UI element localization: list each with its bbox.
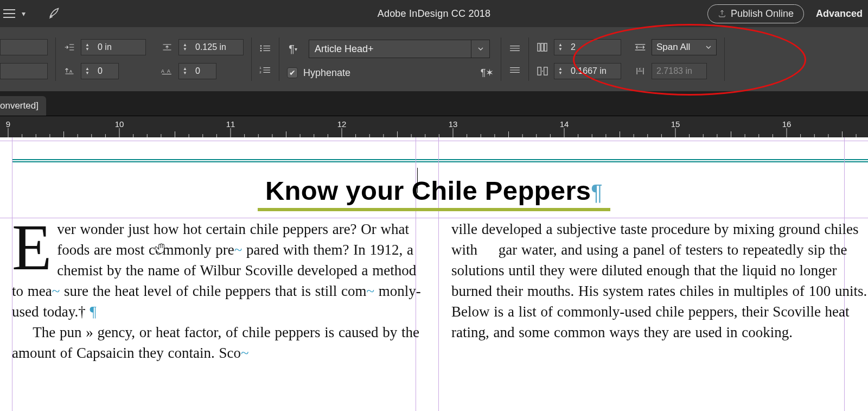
svg-point-3	[260, 45, 262, 47]
paragraph-style-dropdown[interactable]: Article Head+	[309, 40, 490, 58]
first-line-indent-icon	[63, 41, 75, 53]
chevron-down-icon[interactable]	[471, 40, 490, 58]
heading-underline	[258, 208, 610, 211]
document-tab-row: onverted]	[0, 91, 868, 116]
tracking-field[interactable]: ▲▼	[178, 63, 216, 79]
document-tab[interactable]: onverted]	[0, 96, 46, 116]
stepper[interactable]: ▲▼	[554, 40, 566, 55]
align-to-baseline-grid-icon[interactable]	[509, 42, 521, 54]
svg-rect-12	[544, 67, 547, 75]
stepper[interactable]: ▲▼	[179, 40, 191, 55]
svg-text:2: 2	[259, 70, 261, 74]
span-columns-dropdown[interactable]: Span All	[652, 39, 717, 55]
stepper[interactable]: ▲▼	[81, 64, 93, 79]
field-cutoff-2[interactable]	[0, 63, 48, 79]
workspace-switcher[interactable]: Advanced	[816, 8, 863, 20]
tracking-icon: AA	[161, 65, 173, 77]
stepper[interactable]: ▲▼	[81, 40, 93, 55]
field-cutoff-1[interactable]	[0, 39, 48, 55]
ruler-ticks	[0, 116, 868, 137]
pilcrow-icon[interactable]: ¶▾	[287, 43, 299, 55]
app-title: Adobe InDesign CC 2018	[378, 8, 491, 20]
text-caret	[417, 168, 418, 193]
svg-rect-10	[545, 43, 547, 51]
svg-point-4	[260, 48, 262, 49]
svg-text:x:: x:	[639, 67, 641, 71]
column-gutter-field[interactable]: ▲▼	[554, 63, 621, 79]
paragraph-style-value: Article Head+	[315, 43, 374, 55]
hyphenate-checkbox[interactable]: ✔ Hyphenate	[287, 67, 350, 79]
guide-line	[12, 159, 868, 160]
svg-rect-11	[538, 67, 541, 75]
horizontal-ruler[interactable]: 910111213141516	[0, 116, 868, 137]
svg-point-5	[260, 50, 262, 52]
ruler-mark: 16	[782, 119, 792, 129]
publish-online-label: Publish Online	[731, 8, 794, 20]
gutter-icon	[537, 65, 548, 77]
columns-icon	[537, 41, 548, 53]
article-heading[interactable]: Know your Chile Peppers¶	[0, 175, 868, 211]
body-column-1[interactable]: Ever wonder just how hot certain chile p…	[12, 219, 429, 363]
checkbox-checked-icon: ✔	[287, 67, 298, 78]
hand-cursor-icon	[154, 241, 168, 255]
stepper[interactable]: ▲▼	[179, 64, 191, 79]
ruler-mark: 10	[115, 119, 124, 129]
svg-text:A: A	[161, 68, 164, 74]
body-column-2[interactable]: ville developed a subjective taste proce…	[451, 219, 868, 363]
svg-rect-8	[538, 43, 540, 51]
ruler-mark: 13	[449, 119, 458, 129]
ruler-mark: 14	[560, 119, 569, 129]
control-bar: ▲▼ A ▲▼ ▲▼	[0, 27, 868, 91]
gpu-rocket-icon[interactable]	[47, 5, 61, 22]
ruler-mark: 11	[226, 119, 235, 129]
guide-line	[12, 161, 868, 162]
span-columns-value: Span All	[656, 42, 690, 53]
ruler-mark: 9	[6, 119, 10, 129]
svg-text:A: A	[167, 68, 170, 74]
document-canvas[interactable]: Know your Chile Peppers¶ Ever wonder jus…	[0, 137, 868, 411]
svg-rect-9	[541, 43, 544, 51]
stepper[interactable]: ▲▼	[554, 64, 566, 79]
first-line-indent-field[interactable]: ▲▼	[81, 39, 146, 55]
baseline-shift-field[interactable]: ▲▼	[81, 63, 119, 79]
columns-count-field[interactable]: ▲▼	[554, 39, 621, 55]
column-width-icon: x:	[634, 65, 646, 77]
app-menubar: ▾ Adobe InDesign CC 2018 Publish Online …	[0, 0, 868, 27]
heading-text: Know your Chile Peppers	[265, 176, 591, 205]
pilcrow-mark: ¶	[591, 180, 603, 204]
svg-text:A: A	[69, 69, 72, 74]
margin-guide	[0, 218, 868, 218]
ruler-mark: 12	[337, 119, 347, 129]
do-not-align-to-baseline-grid-icon[interactable]	[509, 64, 521, 76]
publish-online-button[interactable]: Publish Online	[707, 4, 804, 23]
document-tab-label: onverted]	[0, 100, 39, 111]
chevron-down-icon[interactable]: ▾	[22, 9, 25, 18]
clear-overrides-icon[interactable]: ¶✶	[481, 67, 493, 79]
span-columns-icon	[634, 41, 646, 53]
column-width-field	[652, 63, 707, 79]
numbered-list-icon[interactable]: 12	[259, 64, 271, 76]
hyphenate-label: Hyphenate	[303, 67, 350, 79]
bulleted-list-icon[interactable]	[259, 42, 271, 54]
space-before-field[interactable]: ▲▼	[178, 39, 244, 55]
margin-guide	[0, 141, 868, 141]
svg-text:1: 1	[259, 66, 261, 69]
panel-menu-icon[interactable]	[3, 9, 15, 18]
space-before-icon	[161, 41, 173, 53]
baseline-shift-icon: A	[63, 65, 75, 77]
ruler-mark: 15	[671, 119, 680, 129]
